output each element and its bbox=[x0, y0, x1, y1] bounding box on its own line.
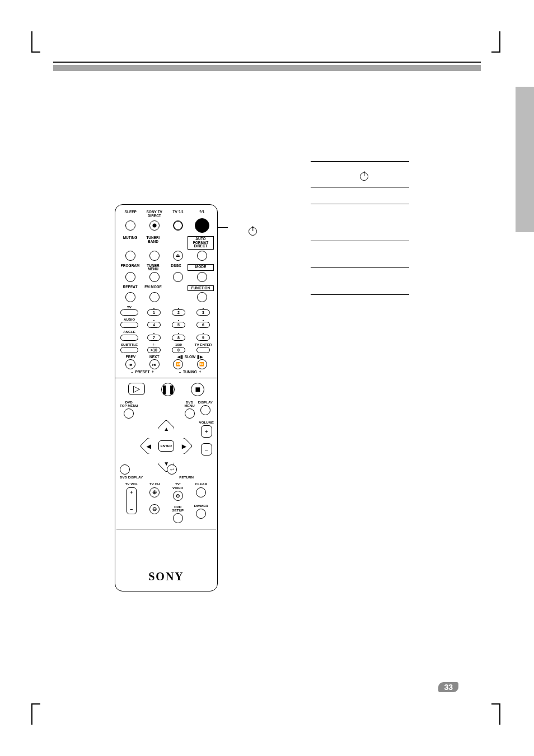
tip-item: When the system is on, the ?/1 indicator… bbox=[320, 339, 409, 359]
play-button[interactable]: ▷ bbox=[128, 383, 145, 395]
num-5-button[interactable]: 5 bbox=[172, 322, 185, 328]
remote-diagram: SLEEP SONY TV DIRECT TV ?/1 ?/1 MUTING T… bbox=[115, 204, 227, 591]
tips-heading: Tips bbox=[311, 306, 409, 316]
dsgx-button[interactable] bbox=[173, 272, 183, 282]
page-content: Turning on the system Turning on the sys… bbox=[53, 62, 481, 694]
sleep-button[interactable] bbox=[125, 220, 135, 231]
num-8-button[interactable]: 8 bbox=[172, 335, 185, 341]
tuner-menu-button[interactable] bbox=[149, 272, 160, 282]
num-2-button[interactable]: 2 bbox=[172, 309, 185, 316]
num-gt10-button[interactable]: >10 bbox=[147, 347, 161, 353]
transport-section: ▷ ❚❚ ■ DVD TOP MENU DVD MENU DISP bbox=[115, 378, 217, 550]
power-icon bbox=[249, 227, 257, 236]
subtitle-button[interactable] bbox=[120, 347, 138, 353]
fm-mode-button[interactable] bbox=[149, 292, 160, 302]
tv-button[interactable] bbox=[120, 309, 138, 316]
step-line-5: The system enters standby mode. bbox=[311, 268, 409, 295]
volume-down-button[interactable]: – bbox=[201, 443, 212, 456]
step-1: 1 Press ?/1. bbox=[311, 168, 409, 187]
volume-up-button[interactable]: + bbox=[201, 425, 212, 438]
tuner-band-button[interactable] bbox=[149, 251, 160, 261]
num-6-button[interactable]: 6 bbox=[196, 322, 210, 328]
side-tab bbox=[516, 87, 534, 232]
auto-format-button[interactable] bbox=[197, 251, 207, 261]
slow-fwd-button[interactable]: ⏩ bbox=[197, 359, 207, 369]
power-button[interactable] bbox=[195, 218, 209, 233]
power-icon bbox=[360, 172, 368, 181]
procedure-column: Turning on the system 1 Press ?/1. The s… bbox=[311, 148, 409, 390]
slow-rev-button[interactable]: ⏪ bbox=[173, 359, 183, 369]
dpad-up-button[interactable]: ▲ bbox=[157, 420, 175, 437]
sony-tv-direct-button[interactable] bbox=[149, 220, 160, 231]
tip-item: In standby mode, the ?/1 indicator turns… bbox=[320, 318, 409, 337]
tips-list: In standby mode, the ?/1 indicator turns… bbox=[320, 318, 409, 389]
header-rule-thick bbox=[53, 65, 481, 71]
pause-button[interactable]: ❚❚ bbox=[161, 383, 175, 396]
num-7-button[interactable]: 7 bbox=[147, 335, 161, 341]
dvd-top-menu-button[interactable] bbox=[124, 408, 134, 419]
prev-button[interactable]: ⏮ bbox=[125, 359, 135, 369]
tv-vol-rocker[interactable]: +– bbox=[127, 487, 137, 514]
program-button[interactable] bbox=[125, 272, 135, 282]
brand-logo: SONY bbox=[119, 570, 214, 583]
num-4-button[interactable]: 4 bbox=[147, 322, 161, 328]
step-text: Press ?/1. bbox=[325, 172, 409, 183]
display-button[interactable] bbox=[200, 405, 210, 415]
enter-button[interactable]: ENTER bbox=[158, 440, 174, 452]
num-9-button[interactable]: 9 bbox=[196, 335, 210, 341]
function-button[interactable] bbox=[197, 292, 207, 302]
eject-button[interactable]: ⏏ bbox=[173, 251, 183, 261]
muting-button[interactable] bbox=[125, 251, 135, 261]
return-button[interactable]: ↩ bbox=[167, 464, 177, 475]
tv-video-button[interactable]: ⊖ bbox=[173, 491, 183, 501]
step-number: 1 bbox=[311, 172, 325, 183]
dpad-left-button[interactable]: ◀ bbox=[139, 438, 157, 455]
angle-button[interactable] bbox=[120, 335, 138, 341]
tip-item: Do not disconnect the AC power cord whil… bbox=[320, 360, 409, 389]
step-line-3: The display window lights up and the sys… bbox=[311, 204, 409, 241]
num-3-button[interactable]: 3 bbox=[196, 309, 210, 316]
remote-row1-labels: SLEEP SONY TV DIRECT TV ?/1 ?/1 bbox=[119, 210, 214, 218]
mode-button[interactable] bbox=[197, 272, 207, 282]
remote-body: SLEEP SONY TV DIRECT TV ?/1 ?/1 MUTING T… bbox=[115, 204, 218, 591]
next-button[interactable]: ⏭ bbox=[149, 359, 160, 369]
num-1-button[interactable]: 1 bbox=[147, 309, 161, 316]
repeat-button[interactable] bbox=[125, 292, 135, 302]
audio-button[interactable] bbox=[120, 322, 138, 328]
step-line-2: The system turns on. bbox=[311, 187, 409, 205]
tv-ch-down-button[interactable]: ⊖ bbox=[149, 504, 160, 514]
tv-enter-button[interactable] bbox=[196, 347, 210, 353]
power-callout: ?/1 bbox=[228, 224, 257, 237]
dvd-display-button[interactable] bbox=[120, 464, 130, 475]
header-rule-top bbox=[53, 62, 481, 63]
clear-button[interactable] bbox=[196, 487, 206, 497]
page-number-badge: 33 bbox=[438, 682, 458, 692]
step-line-4: To turn off the system, press ?/1 again. bbox=[311, 241, 409, 268]
stop-button[interactable]: ■ bbox=[191, 383, 204, 396]
dvd-setup-button[interactable] bbox=[173, 513, 183, 523]
dpad-right-button[interactable]: ▶ bbox=[175, 438, 193, 455]
dimmer-button[interactable] bbox=[196, 509, 206, 519]
procedure-heading: Turning on the system bbox=[311, 148, 409, 162]
tv-power-button[interactable] bbox=[173, 220, 183, 231]
page-title: Turning on the system bbox=[60, 82, 481, 98]
dvd-menu-button[interactable] bbox=[185, 408, 195, 419]
num-0-button[interactable]: 0 bbox=[172, 347, 185, 353]
dpad: ▲ ▼ ◀ ▶ ENTER bbox=[141, 421, 191, 471]
tv-ch-up-button[interactable]: ⊕ bbox=[149, 487, 160, 497]
